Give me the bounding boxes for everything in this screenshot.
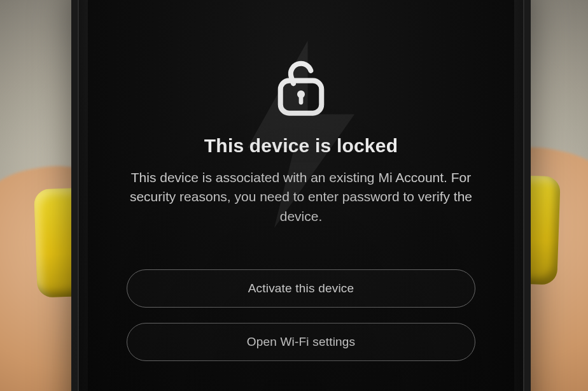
svg-marker-0 <box>248 41 354 228</box>
open-wifi-settings-button[interactable]: Open Wi-Fi settings <box>127 323 475 361</box>
lock-screen: This device is locked This device is ass… <box>88 0 514 391</box>
activate-device-button[interactable]: Activate this device <box>127 269 475 308</box>
phone-frame: This device is locked This device is ass… <box>71 0 531 391</box>
photo-scene: This device is locked This device is ass… <box>0 0 588 391</box>
watermark-bolt-icon <box>234 39 368 230</box>
